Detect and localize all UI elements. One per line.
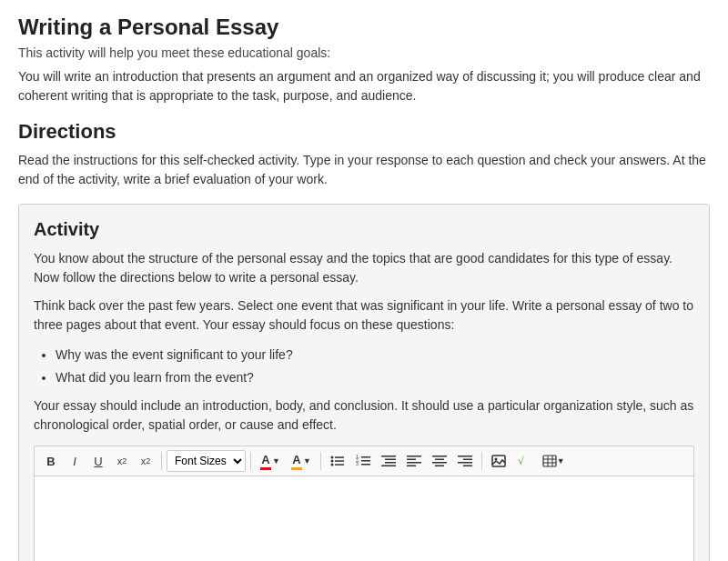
svg-rect-21 — [435, 459, 444, 461]
insert-formula-button[interactable]: √ — [512, 450, 536, 472]
separator-1 — [161, 452, 162, 470]
svg-rect-25 — [463, 459, 472, 461]
align-center-button[interactable] — [428, 450, 451, 472]
subscript-button[interactable]: x2 — [135, 450, 157, 472]
svg-rect-17 — [407, 459, 416, 461]
separator-2 — [250, 452, 251, 470]
text-editor[interactable] — [35, 476, 693, 561]
insert-table-button[interactable]: ▼ — [538, 450, 570, 472]
superscript-button[interactable]: x2 — [111, 450, 133, 472]
page-title: Writing a Personal Essay — [18, 15, 710, 40]
ordered-list-button[interactable]: 1. 2. 3. — [351, 450, 375, 472]
align-center-icon — [432, 454, 447, 468]
activity-heading: Activity — [34, 219, 694, 240]
align-right-button[interactable] — [453, 450, 477, 472]
svg-rect-12 — [381, 456, 396, 457]
svg-rect-26 — [458, 462, 472, 464]
align-left-button[interactable] — [402, 450, 426, 472]
insert-image-button[interactable] — [487, 450, 511, 472]
separator-4 — [481, 452, 482, 470]
svg-rect-11 — [361, 464, 370, 466]
svg-rect-7 — [361, 456, 370, 458]
editor-toolbar: B I U x2 x2 Font Sizes 8pt 10pt 12pt 14p… — [35, 446, 693, 476]
activity-bullets: Why was the event significant to your li… — [56, 344, 694, 389]
font-color-button[interactable]: A ▼ — [256, 450, 285, 472]
image-icon — [491, 454, 506, 468]
svg-rect-23 — [435, 466, 444, 467]
svg-text:3.: 3. — [356, 461, 359, 466]
svg-rect-15 — [381, 466, 396, 467]
svg-point-0 — [330, 456, 333, 459]
ordered-list-icon: 1. 2. 3. — [356, 454, 370, 468]
editor-wrapper: B I U x2 x2 Font Sizes 8pt 10pt 12pt 14p… — [34, 446, 694, 561]
bullet-item-1: Why was the event significant to your li… — [56, 344, 694, 366]
indent-decrease-button[interactable] — [377, 450, 400, 472]
unordered-list-icon — [330, 454, 345, 468]
svg-rect-27 — [463, 466, 472, 467]
unordered-list-button[interactable] — [326, 450, 349, 472]
directions-heading: Directions — [18, 120, 710, 144]
svg-rect-5 — [335, 465, 344, 466]
svg-point-4 — [330, 464, 333, 466]
svg-rect-16 — [407, 456, 421, 457]
svg-rect-1 — [335, 457, 344, 459]
indent-decrease-icon — [381, 454, 396, 468]
activity-paragraph1: You know about the structure of the pers… — [34, 249, 694, 287]
formula-icon: √ — [517, 454, 531, 468]
svg-point-29 — [494, 458, 497, 461]
svg-rect-9 — [361, 460, 370, 462]
align-right-icon — [458, 454, 472, 468]
svg-rect-20 — [432, 456, 447, 457]
svg-rect-22 — [432, 462, 447, 464]
svg-text:√: √ — [518, 455, 524, 467]
activity-paragraph3: Your essay should include an introductio… — [34, 396, 694, 435]
svg-rect-3 — [335, 461, 344, 463]
bold-button[interactable]: B — [40, 450, 62, 472]
directions-text: Read the instructions for this self-chec… — [18, 151, 710, 189]
font-color-icon: A — [260, 450, 271, 472]
svg-rect-31 — [543, 456, 556, 466]
font-sizes-select[interactable]: Font Sizes 8pt 10pt 12pt 14pt 18pt 24pt — [167, 450, 246, 472]
separator-3 — [320, 452, 321, 470]
goals-text: You will write an introduction that pres… — [18, 67, 710, 105]
activity-box: Activity You know about the structure of… — [18, 204, 710, 561]
svg-rect-13 — [385, 459, 396, 461]
svg-rect-19 — [407, 466, 416, 467]
activity-paragraph2: Think back over the past few years. Sele… — [34, 296, 694, 335]
align-left-icon — [407, 454, 421, 468]
highlight-color-button[interactable]: A ▼ — [287, 450, 316, 472]
table-icon — [542, 454, 557, 468]
bullet-item-2: What did you learn from the event? — [56, 366, 694, 389]
svg-rect-24 — [458, 456, 472, 457]
highlight-icon: A — [291, 450, 302, 472]
svg-rect-14 — [385, 462, 396, 464]
page-subtitle: This activity will help you meet these e… — [18, 45, 710, 60]
svg-rect-18 — [407, 462, 421, 464]
underline-button[interactable]: U — [87, 450, 109, 472]
italic-button[interactable]: I — [64, 450, 86, 472]
svg-point-2 — [330, 460, 333, 463]
